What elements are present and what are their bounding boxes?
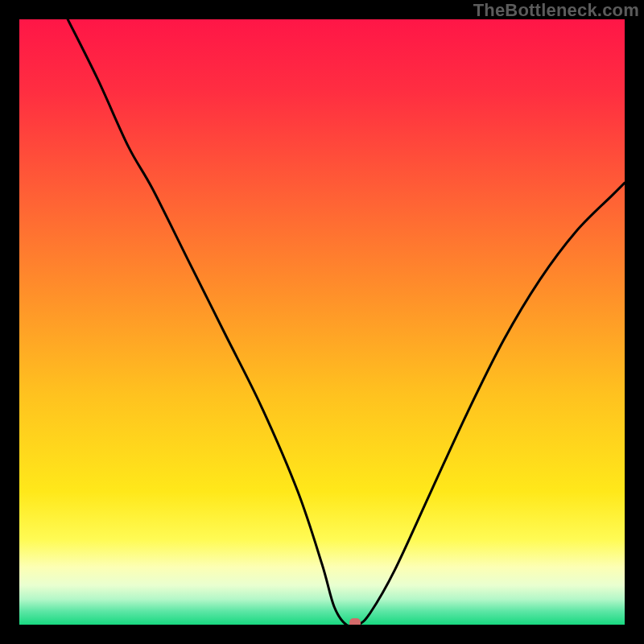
plot-area <box>19 19 625 625</box>
watermark-text: TheBottleneck.com <box>473 0 639 21</box>
optimal-point-marker <box>349 618 361 625</box>
bottleneck-curve <box>19 19 625 625</box>
chart-stage: TheBottleneck.com <box>0 0 644 644</box>
